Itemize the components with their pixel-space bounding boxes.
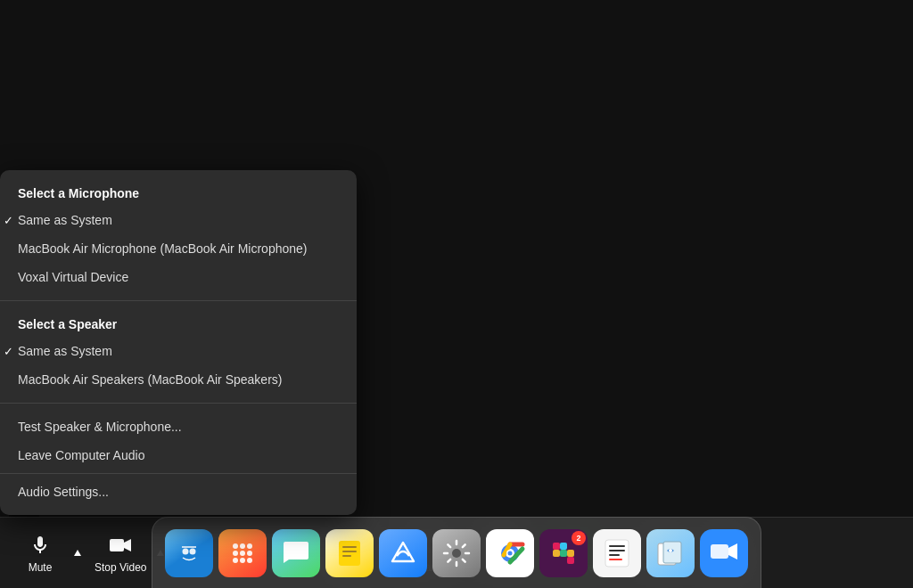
speaker-section: Select a Speaker ✓ Same as System MacBoo…: [0, 300, 357, 403]
mic-option-label: Same as System: [18, 213, 112, 227]
check-icon: ✓: [4, 345, 13, 358]
zoom-dock-icon[interactable]: [700, 529, 748, 577]
svg-rect-46: [609, 550, 625, 551]
stop-video-button[interactable]: Stop Video: [87, 522, 154, 584]
svg-point-25: [247, 551, 252, 556]
svg-point-22: [247, 543, 252, 549]
mic-option-same-as-system[interactable]: ✓ Same as System: [0, 206, 357, 234]
divider: [0, 473, 357, 474]
svg-rect-53: [711, 544, 728, 559]
slack-dock-icon[interactable]: 2: [539, 529, 588, 577]
svg-rect-50: [663, 542, 681, 563]
chrome-dock-icon[interactable]: [486, 529, 534, 577]
svg-point-37: [508, 551, 513, 555]
microphone-section: Select a Microphone ✓ Same as System Mac…: [0, 170, 357, 300]
mic-option-macbook-air[interactable]: MacBook Air Microphone (MacBook Air Micr…: [0, 234, 357, 263]
messages-dock-icon[interactable]: [272, 529, 320, 577]
svg-rect-31: [342, 551, 357, 552]
textedit-dock-icon[interactable]: [593, 529, 641, 577]
finder-icon[interactable]: [165, 529, 213, 577]
svg-marker-0: [74, 550, 81, 556]
action-label: Leave Computer Audio: [18, 448, 144, 462]
action-label: Audio Settings...: [18, 485, 109, 499]
leave-computer-audio-btn[interactable]: Leave Computer Audio: [0, 441, 357, 470]
svg-rect-44: [605, 540, 629, 567]
svg-rect-38: [553, 550, 560, 557]
mute-label: Mute: [29, 561, 53, 574]
mic-option-voxal[interactable]: Voxal Virtual Device: [0, 263, 357, 291]
svg-rect-1: [110, 539, 124, 551]
mic-option-label: Voxal Virtual Device: [18, 270, 128, 284]
svg-point-16: [175, 539, 203, 568]
svg-rect-30: [342, 546, 357, 548]
system-preferences-dock-icon[interactable]: [432, 529, 481, 577]
svg-rect-39: [553, 543, 560, 550]
audio-dropdown-menu: Select a Microphone ✓ Same as System Mac…: [0, 170, 357, 515]
svg-point-28: [247, 558, 252, 563]
mic-option-label: MacBook Air Microphone (MacBook Air Micr…: [18, 241, 307, 256]
svg-rect-42: [567, 550, 574, 557]
svg-marker-2: [124, 539, 131, 551]
svg-rect-41: [560, 550, 567, 557]
preview-dock-icon[interactable]: [646, 529, 695, 577]
macos-dock: 2: [152, 517, 761, 588]
svg-rect-45: [609, 545, 625, 547]
speaker-option-same-as-system[interactable]: ✓ Same as System: [0, 337, 357, 365]
svg-rect-47: [609, 554, 620, 556]
stop-video-label: Stop Video: [95, 561, 147, 574]
test-speaker-mic-btn[interactable]: Test Speaker & Microphone...: [0, 412, 357, 441]
slack-badge: 2: [572, 531, 586, 545]
svg-point-18: [190, 548, 196, 554]
svg-rect-40: [560, 543, 567, 550]
speaker-option-macbook-air[interactable]: MacBook Air Speakers (MacBook Air Speake…: [0, 365, 357, 394]
mute-icon: [28, 533, 53, 558]
svg-point-33: [452, 549, 461, 558]
svg-point-17: [183, 548, 189, 554]
speaker-option-label: Same as System: [18, 344, 112, 358]
action-label: Test Speaker & Microphone...: [18, 420, 182, 434]
mute-button[interactable]: Mute: [9, 522, 71, 584]
mute-group: Mute: [9, 522, 87, 584]
svg-point-27: [240, 558, 245, 563]
svg-point-23: [233, 551, 238, 556]
notes-dock-icon[interactable]: [325, 529, 374, 577]
audio-settings-btn[interactable]: Audio Settings...: [0, 478, 357, 506]
speaker-header: Select a Speaker: [0, 310, 357, 337]
svg-rect-48: [609, 559, 622, 560]
audio-actions-section: Test Speaker & Microphone... Leave Compu…: [0, 403, 357, 515]
svg-point-51: [669, 549, 672, 552]
app-store-dock-icon[interactable]: [379, 529, 427, 577]
svg-point-24: [240, 551, 245, 556]
svg-point-26: [233, 558, 238, 563]
svg-point-20: [233, 543, 238, 549]
svg-rect-43: [567, 557, 574, 564]
check-icon: ✓: [4, 214, 13, 227]
svg-marker-54: [728, 543, 737, 559]
launchpad-dock-icon[interactable]: [218, 529, 267, 577]
svg-rect-32: [342, 555, 351, 557]
microphone-header: Select a Microphone: [0, 179, 357, 206]
svg-rect-29: [339, 541, 360, 566]
video-icon: [108, 533, 133, 558]
speaker-option-label: MacBook Air Speakers (MacBook Air Speake…: [18, 372, 282, 387]
svg-point-21: [240, 543, 245, 549]
